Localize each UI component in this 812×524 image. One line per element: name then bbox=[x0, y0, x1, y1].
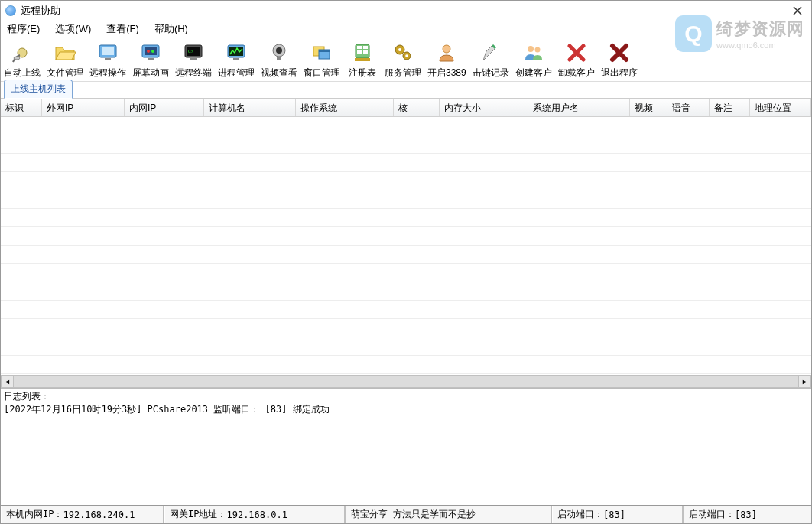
col-wanip[interactable]: 外网IP bbox=[42, 99, 125, 116]
status-share: 萌宝分享 方法只是学而不是抄 bbox=[346, 506, 552, 523]
svg-rect-26 bbox=[357, 50, 362, 54]
col-core[interactable]: 核 bbox=[394, 99, 440, 116]
screen-icon bbox=[138, 41, 163, 65]
app-icon bbox=[5, 5, 16, 16]
menu-help[interactable]: 帮助(H) bbox=[151, 21, 191, 37]
tool-uninstall-client[interactable]: 卸载客户 bbox=[555, 38, 598, 81]
tool-label: 服务管理 bbox=[385, 67, 421, 80]
svg-point-7 bbox=[147, 50, 150, 53]
tool-open-3389[interactable]: 开启3389 bbox=[424, 38, 469, 81]
satellite-icon bbox=[10, 41, 34, 65]
col-audio[interactable]: 语音 bbox=[667, 99, 710, 116]
terminal-icon: C:\ bbox=[181, 41, 206, 65]
tool-auto-online[interactable]: 自动上线 bbox=[1, 38, 44, 81]
scroll-left-icon[interactable]: ◄ bbox=[1, 375, 14, 388]
windows-icon bbox=[310, 41, 334, 65]
tool-label: 开启3389 bbox=[427, 67, 466, 80]
svg-point-34 bbox=[528, 46, 534, 52]
tool-process-manager[interactable]: 进程管理 bbox=[215, 38, 258, 81]
tool-remote-terminal[interactable]: C:\ 远程终端 bbox=[172, 38, 215, 81]
close-button[interactable] bbox=[788, 3, 807, 18]
col-video[interactable]: 视频 bbox=[630, 99, 667, 116]
log-line: [2022年12月16日10时19分3秒] PCshare2013 监听端口： … bbox=[4, 403, 808, 416]
tool-label: 卸载客户 bbox=[558, 67, 595, 80]
col-note[interactable]: 备注 bbox=[710, 99, 750, 116]
col-memsize[interactable]: 内存大小 bbox=[440, 99, 528, 116]
exit-icon bbox=[607, 41, 632, 65]
close-icon bbox=[792, 5, 803, 16]
status-lanip: 本机内网IP： 192.168.240.1 bbox=[1, 506, 164, 523]
tool-label: 窗口管理 bbox=[304, 67, 340, 80]
title-text: 远程协助 bbox=[21, 4, 788, 18]
status-port-value: [83] bbox=[603, 509, 625, 520]
status-port-label: 启动端口： bbox=[557, 508, 603, 521]
svg-point-1 bbox=[14, 57, 20, 60]
status-port2-value: [83] bbox=[735, 509, 757, 520]
tool-label: 文件管理 bbox=[47, 67, 83, 80]
scroll-track[interactable] bbox=[14, 375, 798, 388]
tool-window-manager[interactable]: 窗口管理 bbox=[300, 38, 343, 81]
menu-view[interactable]: 查看(F) bbox=[103, 21, 142, 37]
col-geo[interactable]: 地理位置 bbox=[750, 99, 811, 116]
status-gwip-label: 网关IP地址： bbox=[170, 508, 226, 521]
svg-rect-4 bbox=[105, 58, 111, 60]
tool-exit[interactable]: 退出程序 bbox=[598, 38, 641, 81]
tool-label: 进程管理 bbox=[218, 67, 255, 80]
tool-label: 屏幕动画 bbox=[132, 67, 169, 80]
svg-point-30 bbox=[398, 48, 401, 51]
tool-label: 远程操作 bbox=[89, 67, 126, 80]
gears-icon bbox=[391, 41, 415, 65]
svg-point-35 bbox=[534, 47, 540, 52]
svg-point-33 bbox=[443, 45, 450, 53]
svg-rect-9 bbox=[148, 58, 154, 60]
tool-label: 自动上线 bbox=[4, 67, 41, 80]
tool-video-view[interactable]: 视频查看 bbox=[258, 38, 300, 81]
tab-hostlist[interactable]: 上线主机列表 bbox=[4, 80, 73, 99]
tool-file-manager[interactable]: 文件管理 bbox=[44, 38, 86, 81]
tool-screen-anim[interactable]: 屏幕动画 bbox=[129, 38, 172, 81]
menu-options[interactable]: 选项(W) bbox=[52, 21, 94, 37]
col-lanip[interactable]: 内网IP bbox=[125, 99, 204, 116]
svg-point-18 bbox=[276, 47, 282, 54]
row-lines bbox=[1, 117, 811, 375]
monitor-icon bbox=[96, 41, 120, 65]
status-port: 启动端口： [83] bbox=[552, 506, 684, 523]
tool-registry[interactable]: 注册表 bbox=[343, 38, 382, 81]
status-gwip: 网关IP地址： 192.168.0.1 bbox=[164, 506, 346, 523]
pen-icon bbox=[479, 41, 503, 65]
registry-icon bbox=[350, 41, 375, 65]
user-icon bbox=[434, 41, 459, 65]
tool-label: 退出程序 bbox=[601, 67, 638, 80]
scroll-right-icon[interactable]: ► bbox=[798, 375, 811, 388]
tool-keylog[interactable]: 击键记录 bbox=[469, 38, 512, 81]
svg-rect-24 bbox=[357, 46, 362, 49]
col-flag[interactable]: 标识 bbox=[1, 99, 42, 116]
status-port2: 启动端口： [83] bbox=[684, 506, 811, 523]
tool-label: 创建客户 bbox=[515, 67, 552, 80]
tab-strip: 上线主机列表 bbox=[1, 82, 811, 99]
status-lanip-label: 本机内网IP： bbox=[6, 508, 63, 521]
col-sysuser[interactable]: 系统用户名 bbox=[528, 99, 630, 116]
svg-rect-19 bbox=[277, 57, 281, 60]
col-os[interactable]: 操作系统 bbox=[296, 99, 394, 116]
col-hostname[interactable]: 计算机名 bbox=[204, 99, 296, 116]
tool-remote-op[interactable]: 远程操作 bbox=[86, 38, 129, 81]
table-area: 标识 外网IP 内网IP 计算机名 操作系统 核 内存大小 系统用户名 视频 语… bbox=[1, 99, 811, 388]
tool-label: 击键记录 bbox=[473, 67, 509, 80]
tool-label: 注册表 bbox=[349, 67, 376, 80]
folder-icon bbox=[53, 41, 77, 65]
log-area[interactable]: 日志列表： [2022年12月16日10时19分3秒] PCshare2013 … bbox=[1, 388, 811, 505]
status-port2-label: 启动端口： bbox=[689, 508, 735, 521]
horizontal-scrollbar[interactable]: ◄ ► bbox=[1, 375, 811, 388]
tool-create-client[interactable]: 创建客户 bbox=[512, 38, 555, 81]
log-header: 日志列表： bbox=[4, 390, 808, 403]
menu-program[interactable]: 程序(E) bbox=[4, 21, 43, 37]
svg-rect-27 bbox=[363, 50, 368, 54]
toolbar: 自动上线 文件管理 远程操作 屏幕动画 C:\ 远程终端 进程管理 视频查看 窗 bbox=[1, 37, 811, 82]
tool-service-manager[interactable]: 服务管理 bbox=[382, 38, 424, 81]
statusbar: 本机内网IP： 192.168.240.1 网关IP地址： 192.168.0.… bbox=[1, 505, 811, 523]
table-body[interactable] bbox=[1, 117, 811, 375]
tool-label: 远程终端 bbox=[175, 67, 212, 80]
users-icon bbox=[521, 41, 546, 65]
status-share-text: 萌宝分享 方法只是学而不是抄 bbox=[351, 508, 476, 521]
